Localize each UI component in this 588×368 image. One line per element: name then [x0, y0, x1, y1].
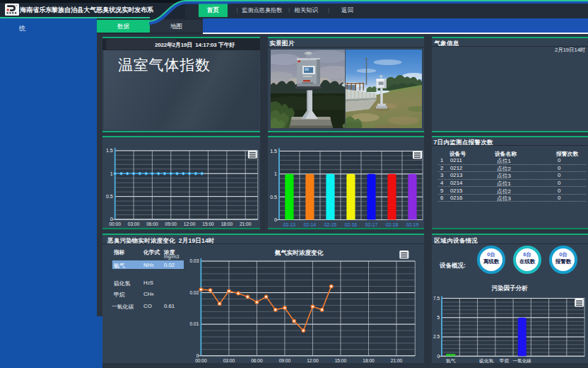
svg-text:03:00: 03:00 [128, 222, 140, 226]
svg-text:09:00: 09:00 [165, 222, 177, 226]
svg-text:0.01: 0.01 [190, 321, 199, 326]
svg-text:12:00: 12:00 [184, 222, 196, 226]
svg-text:02-15: 02-15 [324, 222, 337, 227]
svg-text:21:00: 21:00 [391, 358, 403, 363]
svg-text:02-17: 02-17 [365, 222, 378, 227]
svg-text:00:00: 00:00 [109, 222, 121, 226]
svg-text:1.5: 1.5 [106, 148, 113, 153]
svg-text:12:00: 12:00 [307, 358, 319, 363]
svg-text:1: 1 [274, 171, 277, 176]
svg-text:18:00: 18:00 [363, 358, 375, 363]
svg-text:09:00: 09:00 [279, 358, 291, 363]
svg-text:0.03: 0.03 [190, 258, 199, 263]
svg-text:02-16: 02-16 [345, 222, 358, 227]
svg-text:03:00: 03:00 [223, 358, 235, 363]
svg-text:甲烷: 甲烷 [499, 358, 509, 363]
svg-text:0: 0 [274, 217, 277, 222]
svg-text:15:00: 15:00 [335, 358, 347, 363]
svg-text:0.02: 0.02 [190, 290, 199, 295]
svg-text:1: 1 [110, 171, 113, 176]
svg-text:21:00: 21:00 [240, 222, 252, 226]
svg-text:0.5: 0.5 [270, 194, 277, 199]
svg-text:硫化氢: 硫化氢 [478, 358, 493, 364]
svg-text:氨气: 氨气 [446, 358, 456, 363]
svg-text:0: 0 [437, 354, 440, 359]
svg-text:一氧化碳: 一氧化碳 [512, 358, 531, 364]
svg-text:02-18: 02-18 [386, 222, 399, 227]
svg-text:02-13: 02-13 [283, 222, 296, 227]
svg-text:02-14: 02-14 [304, 222, 317, 227]
svg-text:18:00: 18:00 [221, 222, 233, 226]
svg-text:0.5: 0.5 [106, 193, 113, 198]
svg-text:5: 5 [437, 315, 440, 320]
svg-text:氨气实时浓度变化: 氨气实时浓度变化 [274, 249, 324, 256]
svg-text:02-19: 02-19 [406, 222, 419, 227]
svg-text:15:00: 15:00 [202, 222, 214, 226]
svg-text:7.5: 7.5 [433, 296, 439, 301]
svg-text:06:00: 06:00 [146, 222, 158, 226]
svg-text:06:00: 06:00 [251, 358, 263, 363]
svg-text:00:00: 00:00 [195, 358, 207, 363]
svg-text:2.5: 2.5 [433, 334, 439, 339]
svg-text:1.5: 1.5 [270, 148, 277, 153]
